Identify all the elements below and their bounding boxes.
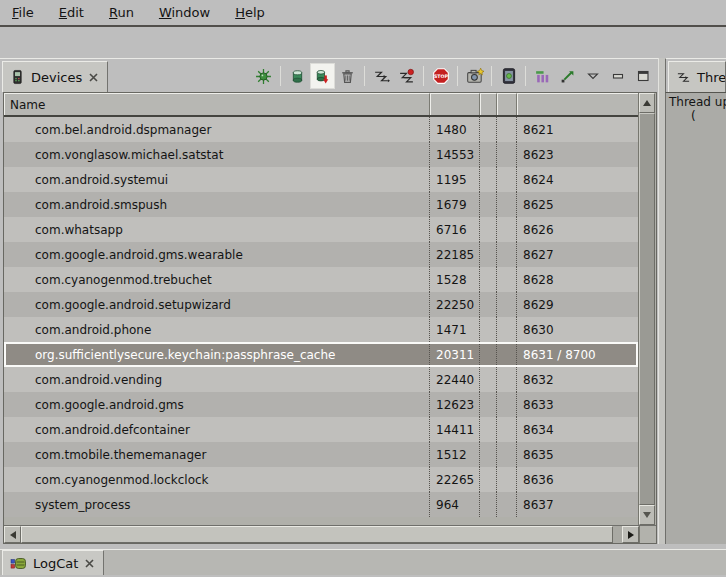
- table-row[interactable]: com.google.android.gms 12623 8633: [4, 392, 638, 417]
- thread-status-cell: [497, 192, 517, 217]
- toolbar-separator: [525, 66, 526, 86]
- threads-message: Thread up (: [665, 92, 726, 544]
- process-pid: 1679: [430, 192, 480, 217]
- scrollbar-corner: [639, 526, 656, 543]
- start-method-profiling-icon[interactable]: [394, 63, 419, 89]
- arrow-left-icon: [10, 531, 16, 539]
- column-header-name[interactable]: Name: [4, 93, 430, 115]
- process-pid: 22265: [430, 467, 480, 492]
- table-row[interactable]: com.android.defcontainer 14411 8634: [4, 417, 638, 442]
- process-port: 8628: [517, 267, 638, 292]
- thread-status-cell: [497, 417, 517, 442]
- arrow-right-icon: [628, 531, 634, 539]
- thread-status-cell: [497, 217, 517, 242]
- menu-item-window[interactable]: Window: [150, 2, 221, 24]
- threads-panel: Threa Thread up (: [665, 58, 726, 544]
- threads-icon: [676, 70, 691, 85]
- table-row[interactable]: com.android.vending 22440 8632: [4, 367, 638, 392]
- table-row[interactable]: com.google.android.setupwizard 22250 862…: [4, 292, 638, 317]
- column-header-heap[interactable]: [480, 93, 497, 115]
- thread-status-cell: [497, 317, 517, 342]
- process-name: com.google.android.setupwizard: [4, 292, 430, 317]
- process-name: com.google.android.gms.wearable: [4, 242, 430, 267]
- devices-panel: Devices: [0, 58, 658, 544]
- process-port: 8624: [517, 167, 638, 192]
- table-row[interactable]: com.vonglasow.michael.satstat 14553 8623: [4, 142, 638, 167]
- update-heap-icon[interactable]: [285, 63, 310, 89]
- table-row[interactable]: com.android.systemui 1195 8624: [4, 167, 638, 192]
- table-row[interactable]: com.cyanogenmod.lockclock 22265 8636: [4, 467, 638, 492]
- arrow-down-icon: [643, 512, 651, 518]
- devices-table: Name com.bel.android.dspmanager 1480 862…: [3, 92, 657, 544]
- arrow-up-icon: [643, 100, 651, 106]
- thread-status-cell: [497, 344, 517, 365]
- close-icon[interactable]: [88, 72, 99, 83]
- column-header-threads[interactable]: [497, 93, 517, 115]
- toolbar-separator: [364, 66, 365, 86]
- menu-item-file[interactable]: File: [3, 2, 45, 24]
- table-filler: [4, 517, 638, 525]
- update-threads-icon[interactable]: [369, 63, 394, 89]
- screen-capture-icon[interactable]: [462, 63, 487, 89]
- dump-hprof-icon[interactable]: [310, 63, 335, 89]
- cause-gc-icon[interactable]: [335, 63, 360, 89]
- debug-process-icon[interactable]: [251, 63, 276, 89]
- heap-status-cell: [480, 392, 497, 417]
- stop-process-icon[interactable]: STOP: [428, 63, 453, 89]
- menu-item-edit[interactable]: Edit: [50, 2, 95, 24]
- scroll-right-button[interactable]: [622, 526, 639, 543]
- tab-threads[interactable]: Threa: [668, 61, 726, 92]
- maximize-icon[interactable]: [630, 63, 655, 89]
- logcat-icon: [10, 556, 27, 571]
- heap-status-cell: [480, 442, 497, 467]
- table-row[interactable]: com.tmobile.thememanager 1512 8635: [4, 442, 638, 467]
- table-row[interactable]: com.whatsapp 6716 8626: [4, 217, 638, 242]
- process-pid: 1471: [430, 317, 480, 342]
- process-port: 8634: [517, 417, 638, 442]
- table-row[interactable]: com.android.smspush 1679 8625: [4, 192, 638, 217]
- view-menu-icon[interactable]: [580, 63, 605, 89]
- capture-systrace-icon[interactable]: [530, 63, 555, 89]
- close-icon[interactable]: [84, 558, 95, 569]
- column-header-pid[interactable]: [430, 93, 480, 115]
- scroll-left-button[interactable]: [4, 526, 21, 543]
- heap-status-cell: [480, 117, 497, 142]
- table-row[interactable]: system_process 964 8637: [4, 492, 638, 517]
- process-pid: 22185: [430, 242, 480, 267]
- panel-sash[interactable]: [658, 58, 665, 544]
- start-opengl-trace-icon[interactable]: [555, 63, 580, 89]
- heap-status-cell: [480, 242, 497, 267]
- process-pid: 20311: [430, 344, 480, 365]
- tab-devices[interactable]: Devices: [2, 61, 108, 92]
- tab-logcat[interactable]: LogCat: [2, 550, 104, 575]
- vertical-scrollbar[interactable]: [638, 93, 655, 525]
- process-pid: 22440: [430, 367, 480, 392]
- table-row[interactable]: com.android.phone 1471 8630: [4, 317, 638, 342]
- table-row[interactable]: com.google.android.gms.wearable 22185 86…: [4, 242, 638, 267]
- horizontal-scrollbar-track[interactable]: [613, 526, 622, 543]
- heap-status-cell: [480, 192, 497, 217]
- minimize-icon[interactable]: [605, 63, 630, 89]
- dump-view-hierarchy-icon[interactable]: [496, 63, 521, 89]
- heap-status-cell: [480, 417, 497, 442]
- thread-status-cell: [497, 167, 517, 192]
- horizontal-scrollbar-thumb[interactable]: [21, 526, 613, 543]
- device-phone-icon: [10, 69, 25, 85]
- column-header-port[interactable]: [517, 93, 638, 115]
- process-name: com.android.vending: [4, 367, 430, 392]
- thread-status-cell: [497, 442, 517, 467]
- table-row[interactable]: org.sufficientlysecure.keychain:passphra…: [4, 342, 638, 367]
- horizontal-scrollbar[interactable]: [4, 525, 656, 543]
- vertical-scrollbar-thumb[interactable]: [639, 113, 655, 505]
- table-row[interactable]: com.bel.android.dspmanager 1480 8621: [4, 117, 638, 142]
- scroll-up-button[interactable]: [639, 93, 655, 113]
- process-name: com.whatsapp: [4, 217, 430, 242]
- toolbar-separator: [457, 66, 458, 86]
- menu-item-run[interactable]: Run: [100, 2, 145, 24]
- heap-status-cell: [480, 492, 497, 517]
- scroll-down-button[interactable]: [639, 505, 655, 525]
- table-row[interactable]: com.cyanogenmod.trebuchet 1528 8628: [4, 267, 638, 292]
- menu-item-help[interactable]: Help: [226, 2, 276, 24]
- process-port: 8625: [517, 192, 638, 217]
- process-port: 8632: [517, 367, 638, 392]
